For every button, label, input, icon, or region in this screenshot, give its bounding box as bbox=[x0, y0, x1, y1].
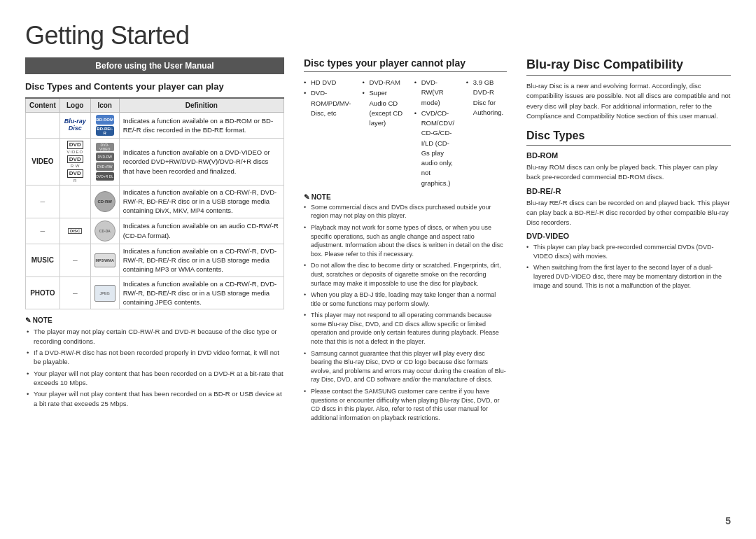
table-row: Blu-ray Disc BD-ROM BD-RE/-R bbox=[26, 113, 284, 139]
logo-cell: Blu-ray Disc bbox=[59, 113, 90, 139]
table-row: VIDEO DVD VIDEO DVD R W DVD R bbox=[26, 139, 284, 186]
definition-cell: Indicates a function available on a CD-R… bbox=[119, 185, 284, 218]
definition-cell: Indicates a function available on a CD-R… bbox=[119, 276, 284, 309]
list-item: DVD-RAM bbox=[363, 78, 403, 88]
content-cell bbox=[26, 113, 60, 139]
blu-ray-compat-title: Blu-ray Disc Compatibility bbox=[526, 57, 731, 76]
bd-re-r-title: BD-RE/-R bbox=[526, 187, 731, 195]
cannot-play-col-2: DVD-RAM Super Audio CD (except CD layer) bbox=[363, 78, 403, 189]
list-item: If a DVD-RW/-R disc has not been recorde… bbox=[25, 348, 284, 367]
icon-cell: DVD-VIDEO DVD-RW DVD+RW DVD+R DL bbox=[90, 139, 119, 186]
definition-cell: Indicates a function available on a BD-R… bbox=[119, 113, 284, 139]
list-item: Please contact the SAMSUNG customer care… bbox=[304, 387, 507, 422]
table-row: PHOTO – JPEG Indicates a function availa… bbox=[26, 276, 284, 309]
left-note-list: The player may not play certain CD-RW/-R… bbox=[25, 327, 284, 407]
disc-types-table: Content Logo Icon Definition Blu-ray Dis… bbox=[25, 97, 284, 309]
logo-cell bbox=[59, 185, 90, 218]
cannot-play-items: HD DVD DVD-ROM/PD/MV-Disc, etc DVD-RAM S… bbox=[304, 78, 507, 189]
col-header-icon: Icon bbox=[90, 98, 119, 113]
content-cell: – bbox=[26, 218, 60, 244]
logo-cell: – bbox=[59, 244, 90, 276]
cannot-play-col-1: HD DVD DVD-ROM/PD/MV-Disc, etc bbox=[304, 78, 351, 189]
bd-rom-text: Blu-ray ROM discs can only be played bac… bbox=[526, 162, 731, 183]
dvd-video-list: This player can play back pre-recorded c… bbox=[526, 243, 731, 290]
disc-types-title: Disc Types bbox=[526, 130, 731, 146]
icon-cell: MP3/WMA bbox=[90, 244, 119, 276]
left-column: Before using the User Manual Disc Types … bbox=[25, 57, 284, 525]
middle-note-box: ✎ NOTE Some commercial discs and DVDs di… bbox=[304, 193, 507, 423]
list-item: This player can play back pre-recorded c… bbox=[526, 243, 731, 260]
middle-note-list: Some commercial discs and DVDs discs pur… bbox=[304, 203, 507, 423]
bd-rom-title: BD-ROM bbox=[526, 151, 731, 160]
left-note-section: ✎ NOTE The player may not play certain C… bbox=[25, 316, 284, 407]
list-item: DVD-ROM/PD/MV-Disc, etc bbox=[304, 88, 351, 118]
logo-cell: – bbox=[59, 276, 90, 309]
table-row: – DISC CD-DA Indicates a function availa… bbox=[26, 218, 284, 244]
definition-cell: Indicates a function available on an aud… bbox=[119, 218, 284, 244]
disc-types-contents-title: Disc Types and Contents your player can … bbox=[25, 81, 284, 92]
list-item: Your player will not play content that h… bbox=[25, 369, 284, 388]
table-row: MUSIC – MP3/WMA Indicates a function ava… bbox=[26, 244, 284, 276]
content-cell: PHOTO bbox=[26, 276, 60, 309]
logo-cell: DISC bbox=[59, 218, 90, 244]
list-item: When switching from the first layer to t… bbox=[526, 263, 731, 290]
icon-cell: JPEG bbox=[90, 276, 119, 309]
list-item: Super Audio CD (except CD layer) bbox=[363, 88, 403, 128]
col-header-definition: Definition bbox=[119, 98, 284, 113]
list-item: Some commercial discs and DVDs discs pur… bbox=[304, 203, 507, 220]
col-header-content: Content bbox=[26, 98, 60, 113]
definition-cell: Indicates a function available on a CD-R… bbox=[119, 244, 284, 276]
content-cell: – bbox=[26, 185, 60, 218]
page-number: 5 bbox=[725, 515, 731, 526]
cannot-play-title: Disc types your player cannot play bbox=[304, 57, 507, 72]
list-item: Playback may not work for some types of … bbox=[304, 223, 507, 258]
dvd-video-title: DVD-VIDEO bbox=[526, 232, 731, 240]
middle-note-title: ✎ NOTE bbox=[304, 193, 507, 201]
before-manual-bar: Before using the User Manual bbox=[25, 57, 284, 74]
list-item: 3.9 GB DVD-R Disc for Authoring. bbox=[466, 78, 507, 118]
bd-re-r-text: Blu-ray RE/-R discs can be recorded on a… bbox=[526, 198, 731, 228]
cannot-play-col-3: DVD-RW(VR mode) CVD/CD-ROM/CDV/ CD-G/CD-… bbox=[414, 78, 455, 189]
col-header-logo: Logo bbox=[59, 98, 90, 113]
blu-ray-compat-text: Blu-ray Disc is a new and evolving forma… bbox=[526, 81, 731, 121]
icon-cell: BD-ROM BD-RE/-R bbox=[90, 113, 119, 139]
logo-cell: DVD VIDEO DVD R W DVD R bbox=[59, 139, 90, 186]
list-item: Samsung cannot guarantee that this playe… bbox=[304, 349, 507, 384]
content-cell: MUSIC bbox=[26, 244, 60, 276]
bd-logo: Blu-ray Disc bbox=[64, 118, 87, 132]
content-cell: VIDEO bbox=[26, 139, 60, 186]
list-item: Your player will not play content that h… bbox=[25, 389, 284, 408]
list-item: CVD/CD-ROM/CDV/ CD-G/CD-I/LD (CD-Gs play… bbox=[414, 108, 455, 188]
list-item: HD DVD bbox=[304, 78, 351, 88]
table-row: – CD-RW Indicates a function available o… bbox=[26, 185, 284, 218]
page-container: Getting Started Before using the User Ma… bbox=[0, 0, 756, 539]
page-title: Getting Started bbox=[25, 21, 731, 50]
list-item: DVD-RW(VR mode) bbox=[414, 78, 455, 108]
list-item: This player may not respond to all opera… bbox=[304, 311, 507, 346]
list-item: When you play a BD-J title, loading may … bbox=[304, 290, 507, 308]
list-item: Do not allow the disc to become dirty or… bbox=[304, 261, 507, 288]
left-note-title: ✎ NOTE bbox=[25, 316, 284, 324]
icon-cell: CD-DA bbox=[90, 218, 119, 244]
middle-column: Disc types your player cannot play HD DV… bbox=[304, 57, 507, 525]
icon-cell: CD-RW bbox=[90, 185, 119, 218]
right-column: Blu-ray Disc Compatibility Blu-ray Disc … bbox=[526, 57, 731, 525]
cannot-play-col-4: 3.9 GB DVD-R Disc for Authoring. bbox=[466, 78, 507, 189]
definition-cell: Indicates a function available on a DVD-… bbox=[119, 139, 284, 186]
list-item: The player may not play certain CD-RW/-R… bbox=[25, 327, 284, 346]
